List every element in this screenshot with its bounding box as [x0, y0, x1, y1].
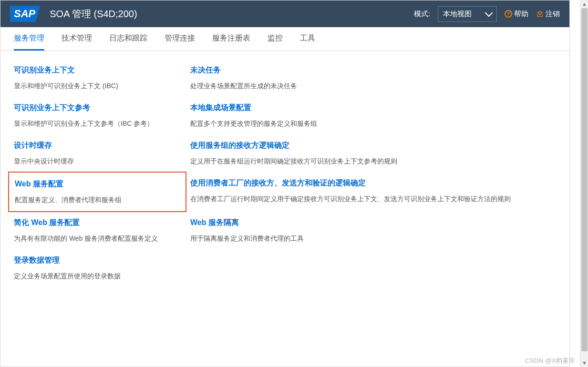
tabs-bar: 服务管理 技术管理 日志和跟踪 管理连接 服务注册表 监控 工具 — [0, 27, 569, 51]
logout-link[interactable]: 注销 — [536, 10, 560, 19]
tab-monitor[interactable]: 监控 — [268, 28, 283, 51]
mode-label: 模式: — [414, 10, 430, 19]
card-local-scenario: 本地集成场景配置 配置多个支持更改管理的服务定义和服务组 — [190, 103, 556, 128]
desc-ibc-ref: 显示和维护可识别业务上下文参考（IBC 参考） — [14, 120, 181, 128]
help-link-label: 帮助 — [514, 10, 528, 19]
sap-logo: SAP — [10, 6, 40, 22]
card-simple-ws-config: 简化 Web 服务配置 为具有有限功能的 Web 服务消费者配置服务定义 — [14, 218, 181, 243]
scrollbar-up-arrow-icon[interactable]: ▲ — [580, 0, 588, 8]
help-icon: ? — [505, 10, 512, 18]
link-login-data[interactable]: 登录数据管理 — [14, 255, 60, 265]
card-pending-tasks: 未决任务 处理业务场景配置所生成的未决任务 — [190, 65, 556, 91]
chevron-down-icon — [485, 9, 493, 17]
card-login-data: 登录数据管理 定义业务场景配置所使用的登录数据 — [14, 255, 181, 281]
tab-manage-connection[interactable]: 管理连接 — [165, 28, 195, 51]
desc-receiver-logic: 定义用于在服务组运行时期间确定接收方可识别业务上下文参考的规则 — [190, 157, 556, 166]
card-consumer-factory: 使用消费者工厂的接收方、发送方和验证的逻辑确定 在消费者工厂运行时期间定义用于确… — [190, 178, 556, 205]
tab-tech-management[interactable]: 技术管理 — [62, 28, 92, 51]
logout-link-label: 注销 — [546, 10, 560, 19]
tab-service-management[interactable]: 服务管理 — [14, 28, 44, 51]
link-pending-tasks[interactable]: 未决任务 — [190, 65, 221, 75]
link-simple-ws-config[interactable]: 简化 Web 服务配置 — [14, 218, 80, 228]
link-receiver-logic[interactable]: 使用服务组的接收方逻辑确定 — [190, 141, 289, 151]
desc-web-service-config: 配置服务定义、消费者代理和服务组 — [15, 196, 180, 204]
desc-login-data: 定义业务场景配置所使用的登录数据 — [14, 272, 181, 281]
watermark: CSDN @X档案库 — [525, 357, 576, 365]
desc-simple-ws-config: 为具有有限功能的 Web 服务消费者配置服务定义 — [14, 234, 181, 243]
card-ws-isolation: Web 服务隔离 用于隔离服务定义和消费者代理的工具 — [190, 218, 556, 243]
scrollbar-down-arrow-icon[interactable]: ▼ — [580, 359, 588, 367]
link-local-scenario[interactable]: 本地集成场景配置 — [190, 103, 251, 113]
desc-local-scenario: 配置多个支持更改管理的服务定义和服务组 — [190, 120, 556, 128]
scrollbar-thumb[interactable] — [581, 8, 588, 351]
outer-scrollbar[interactable]: ▲ ▼ — [580, 0, 588, 367]
link-consumer-factory[interactable]: 使用消费者工厂的接收方、发送方和验证的逻辑确定 — [190, 178, 366, 188]
link-web-service-config[interactable]: Web 服务配置 — [15, 179, 63, 189]
desc-design-cache: 显示中央设计时缓存 — [14, 157, 181, 166]
link-ws-isolation[interactable]: Web 服务隔离 — [190, 218, 239, 228]
app-header: SAP SOA 管理 (S4D;200) 模式: 本地视图 ? 帮助 注销 — [0, 0, 569, 27]
desc-pending-tasks: 处理业务场景配置所生成的未决任务 — [190, 82, 556, 91]
help-link[interactable]: ? 帮助 — [505, 10, 528, 19]
link-ibc[interactable]: 可识别业务上下文 — [14, 65, 75, 75]
card-design-cache: 设计时缓存 显示中央设计时缓存 — [14, 141, 181, 166]
tab-tools[interactable]: 工具 — [300, 28, 315, 51]
card-ibc: 可识别业务上下文 显示和维护可识别业务上下文 (IBC) — [14, 65, 181, 91]
desc-ws-isolation: 用于隔离服务定义和消费者代理的工具 — [190, 234, 556, 243]
page-title: SOA 管理 (S4D;200) — [50, 8, 137, 20]
mode-select-value: 本地视图 — [443, 10, 472, 19]
tab-service-registry[interactable]: 服务注册表 — [212, 28, 250, 51]
card-receiver-logic: 使用服务组的接收方逻辑确定 定义用于在服务组运行时期间确定接收方可识别业务上下文… — [190, 141, 556, 166]
mode-select[interactable]: 本地视图 — [438, 6, 497, 22]
card-web-service-config: Web 服务配置 配置服务定义、消费者代理和服务组 — [14, 178, 181, 205]
desc-ibc: 显示和维护可识别业务上下文 (IBC) — [14, 82, 181, 91]
link-ibc-ref[interactable]: 可识别业务上下文参考 — [14, 103, 90, 113]
desc-consumer-factory: 在消费者工厂运行时期间定义用于确定接收方可识别业务上下文、发送方可识别业务上下文… — [190, 195, 556, 204]
logout-icon — [536, 10, 544, 18]
tab-log-trace[interactable]: 日志和跟踪 — [109, 28, 147, 51]
link-design-cache[interactable]: 设计时缓存 — [14, 141, 52, 151]
card-ibc-ref: 可识别业务上下文参考 显示和维护可识别业务上下文参考（IBC 参考） — [14, 103, 181, 128]
content-grid: 可识别业务上下文 显示和维护可识别业务上下文 (IBC) 未决任务 处理业务场景… — [0, 51, 569, 295]
highlight-box: Web 服务配置 配置服务定义、消费者代理和服务组 — [8, 172, 186, 212]
